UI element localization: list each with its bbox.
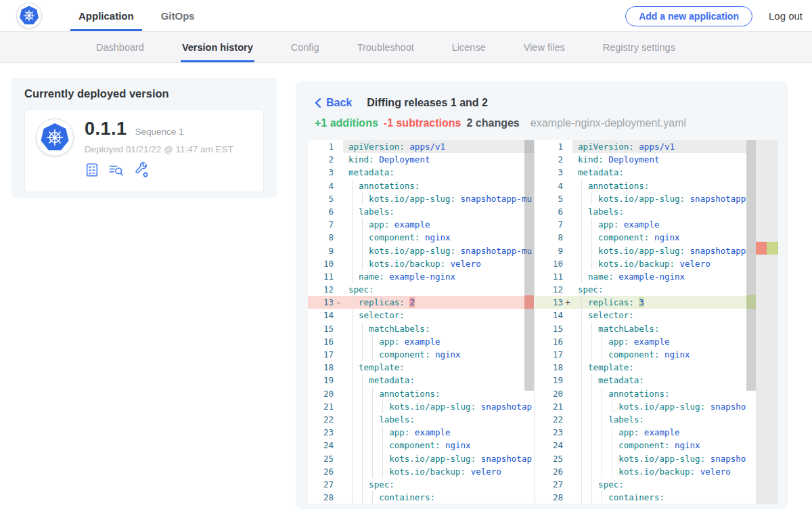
code-line: 1apiVersion: apps/v1 [535, 140, 746, 153]
line-number: 25 [308, 452, 343, 465]
line-number: 11 [308, 270, 343, 283]
subnav-license[interactable]: License [452, 32, 486, 62]
code-line: 20 annotations: [308, 387, 534, 400]
code-line: 9 kots.io/app-slug: snapshotapp-mu [308, 244, 534, 257]
line-number: 13+ [535, 296, 572, 309]
line-number: 14 [535, 309, 572, 322]
currently-deployed-card: Currently deployed version 0.1.1 Sequenc… [11, 78, 277, 198]
line-number: 28 [308, 491, 343, 504]
tab-gitops[interactable]: GitOps [148, 0, 208, 31]
line-number: 16 [308, 335, 343, 348]
line-number: 27 [308, 478, 343, 491]
version-number: 0.1.1 [85, 118, 127, 139]
code-line: 16 app: example [308, 335, 534, 348]
code-line: 3metadata: [308, 166, 534, 179]
chevron-left-icon [315, 98, 321, 108]
code-line: 20 annotations: [535, 387, 746, 400]
code-line: 7 app: example [535, 218, 746, 231]
line-number: 21 [535, 400, 572, 413]
kubernetes-logo [16, 3, 42, 28]
line-number: 16 [535, 335, 572, 348]
subnav-registry-settings[interactable]: Registry settings [603, 32, 675, 62]
code-line: 15 matchLabels: [308, 322, 534, 335]
code-line: 11 name: example-nginx [308, 270, 534, 283]
line-number: 19 [535, 374, 572, 387]
line-number: 25 [535, 452, 572, 465]
code-line: 10 kots.io/backup: velero [308, 257, 534, 270]
config-wrench-icon[interactable] [133, 162, 150, 178]
code-line: 19 metadata: [308, 374, 534, 387]
code-line: 11 name: example-nginx [535, 270, 746, 283]
line-number: 26 [535, 465, 572, 478]
view-logs-icon[interactable] [108, 162, 125, 177]
line-number: 7 [535, 218, 572, 231]
line-number: 24 [308, 439, 343, 452]
code-line: 28 containers: [308, 491, 534, 504]
diff-card: Back Diffing releases 1 and 2 +1 additio… [296, 81, 788, 509]
code-line: 7 app: example [308, 218, 534, 231]
line-number: 5 [535, 192, 572, 205]
code-line: 13+ replicas: 3 [535, 296, 746, 309]
subnav-dashboard[interactable]: Dashboard [96, 32, 144, 62]
subnav-troubleshoot[interactable]: Troubleshoot [357, 32, 414, 62]
line-number: 13- [308, 296, 343, 309]
diff-pane-original: 1apiVersion: apps/v12kind: Deployment3me… [308, 140, 534, 504]
kubernetes-app-icon [40, 123, 70, 152]
code-line: 23 app: example [535, 426, 746, 439]
add-application-button[interactable]: Add a new application [625, 6, 752, 26]
code-line: 8 component: nginx [308, 231, 534, 244]
code-line: 2kind: Deployment [535, 153, 746, 166]
logout-link[interactable]: Log out [769, 10, 803, 22]
line-number: 9 [535, 244, 572, 257]
top-navbar: Application GitOps Add a new application… [0, 0, 812, 32]
line-number: 18 [308, 361, 343, 374]
code-line: 2kind: Deployment [308, 153, 534, 166]
line-number: 26 [308, 465, 343, 478]
code-line: 23 app: example [308, 426, 534, 439]
line-number: 28 [535, 491, 572, 504]
code-line: 17 component: nginx [308, 348, 534, 361]
code-line: 19 metadata: [535, 374, 746, 387]
diff-title: Diffing releases 1 and 2 [367, 97, 488, 109]
code-line: 3metadata: [535, 166, 746, 179]
line-number: 22 [308, 413, 343, 426]
back-button[interactable]: Back [315, 97, 352, 109]
line-number: 2 [535, 153, 572, 166]
line-number: 1 [308, 140, 343, 153]
line-number: 6 [535, 205, 572, 218]
code-line: 12spec: [308, 283, 534, 296]
app-logo [36, 118, 74, 156]
app-subnav: Dashboard Version history Config Trouble… [0, 32, 812, 63]
deployed-timestamp: Deployed 01/21/22 @ 11:47 am EST [85, 144, 233, 154]
line-number: 3 [535, 166, 572, 179]
code-line: 10 kots.io/backup: velero [535, 257, 746, 270]
release-notes-icon[interactable] [85, 162, 99, 177]
subnav-config[interactable]: Config [291, 32, 319, 62]
code-line: 16 app: example [535, 335, 746, 348]
subtractions-count: -1 subtractions [384, 117, 461, 129]
scroll-diff-mark-del [524, 295, 534, 309]
diff-pane-modified: 1apiVersion: apps/v12kind: Deployment3me… [534, 140, 778, 504]
line-number: 3 [308, 166, 343, 179]
subnav-view-files[interactable]: View files [524, 32, 565, 62]
line-number: 10 [308, 257, 343, 270]
line-number: 12 [308, 283, 343, 296]
subnav-version-history[interactable]: Version history [182, 32, 253, 62]
code-line: 8 component: nginx [535, 231, 746, 244]
code-line: 27 spec: [308, 478, 534, 491]
code-line: 24 component: nginx [308, 439, 534, 452]
line-number: 23 [535, 426, 572, 439]
line-number: 6 [308, 205, 343, 218]
line-number: 17 [308, 348, 343, 361]
code-line: 1apiVersion: apps/v1 [308, 140, 534, 153]
scrollbar-thumb-left[interactable] [524, 140, 534, 391]
scrollbar-thumb-right[interactable] [746, 140, 756, 391]
code-line: 12spec: [535, 283, 746, 296]
code-line: 4 annotations: [535, 179, 746, 192]
code-line: 5 kots.io/app-slug: snapshotapp-mu [308, 192, 534, 205]
tab-application[interactable]: Application [65, 0, 148, 31]
top-tabs: Application GitOps [65, 0, 208, 31]
line-number: 19 [308, 374, 343, 387]
line-number: 27 [535, 478, 572, 491]
line-number: 15 [535, 322, 572, 335]
